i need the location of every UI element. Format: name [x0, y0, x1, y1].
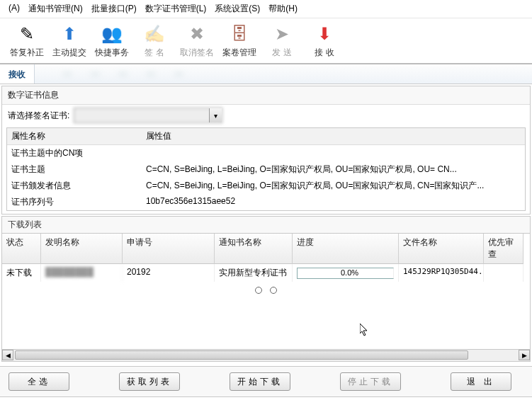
attr-name: 证书主题中的CN项: [7, 145, 142, 161]
scroll-left-icon[interactable]: ◀: [2, 350, 13, 360]
menu-item-help[interactable]: 帮助(H): [264, 1, 302, 16]
tb-submit[interactable]: ⬆主动提交: [48, 21, 91, 63]
cell-state: 未下载: [2, 264, 41, 282]
tb-quick[interactable]: 👥快捷事务: [91, 21, 133, 63]
status-bar: 通知书数量:1: [0, 396, 532, 400]
download-icon: ⬇: [313, 23, 336, 45]
send-icon: ➤: [271, 23, 293, 45]
cell-notice: 实用新型专利证书: [215, 264, 293, 282]
start-download-button[interactable]: 开始下载: [230, 372, 290, 391]
exit-button[interactable]: 退 出: [451, 372, 511, 391]
cert-combo[interactable]: ▾: [74, 108, 222, 123]
cert-select-label: 请选择签名证书:: [8, 110, 69, 122]
col-file[interactable]: 文件名称: [399, 234, 484, 264]
button-bar: 全选 获取列表 开始下载 停止下载 退 出: [0, 366, 532, 396]
tabstrip: 接收 — — — — —: [0, 64, 532, 84]
cert-combo-input[interactable]: [74, 108, 222, 123]
tb-recv[interactable]: ⬇接 收: [303, 21, 346, 63]
users-icon: 👥: [101, 23, 123, 45]
cell-app: 20192: [123, 264, 215, 282]
scroll-thumb[interactable]: [15, 350, 468, 360]
toolbar: ✎答复补正 ⬆主动提交 👥快捷事务 ✍签 名 ✖取消签名 🗄案卷管理 ➤发 送 …: [0, 18, 532, 64]
table-row[interactable]: 未下载 ████████ 20192 实用新型专利证书 0.0% 145J29R…: [2, 264, 530, 282]
stop-download-button: 停止下载: [340, 372, 401, 391]
attr-col-name: 属性名称: [7, 128, 142, 144]
col-state[interactable]: 状态: [2, 234, 41, 264]
cell-file: 145J29RP1Q305D44.zip: [399, 264, 484, 282]
tab-blurred: — — — — —: [35, 64, 532, 84]
tb-unsign[interactable]: ✖取消签名: [176, 21, 218, 63]
col-priority[interactable]: 优先审查: [484, 234, 523, 264]
col-notice[interactable]: 通知书名称: [215, 234, 293, 264]
pager: [2, 282, 530, 303]
attr-val: C=CN, S=BeiJing, L=BeiJing, O=国家知识产权局, O…: [142, 178, 525, 194]
menu-item-cert[interactable]: 数字证书管理(L): [141, 1, 211, 16]
attr-val: C=CN, S=BeiJing, L=BeiJing, O=国家知识产权局, O…: [142, 161, 525, 178]
attr-val: 10b7ec356e1315aee52: [142, 194, 525, 210]
tb-case[interactable]: 🗄案卷管理: [218, 21, 261, 63]
chevron-down-icon[interactable]: ▾: [209, 108, 222, 122]
pager-dot[interactable]: [255, 287, 262, 294]
pen-icon: ✎: [16, 23, 38, 45]
select-all-button[interactable]: 全选: [9, 372, 69, 391]
download-grid: 状态 发明名称 申请号 通知书名称 进度 文件名称 优先审查 未下载 █████…: [1, 233, 531, 350]
scroll-right-icon[interactable]: ▶: [519, 350, 530, 360]
cert-panel: 数字证书信息 请选择签名证书: ▾ 属性名称 属性值 证书主题中的CN项 证书主…: [1, 86, 531, 215]
col-progress[interactable]: 进度: [293, 234, 399, 264]
menu-item-settings[interactable]: 系统设置(S): [210, 1, 264, 16]
pager-dot[interactable]: [270, 287, 277, 294]
cell-name: ████████: [41, 264, 123, 282]
h-scrollbar[interactable]: ◀ ▶: [1, 350, 531, 362]
download-section: 下载列表 状态 发明名称 申请号 通知书名称 进度 文件名称 优先审查 未下载 …: [1, 216, 531, 350]
menu-item-notice[interactable]: 通知书管理(N): [24, 1, 87, 16]
archive-icon: 🗄: [228, 23, 251, 45]
attr-name: 证书主题: [7, 161, 142, 178]
sign-icon: ✍: [143, 23, 166, 45]
cell-priority: [484, 264, 523, 282]
attr-val: [142, 145, 525, 161]
cell-progress: 0.0%: [293, 264, 399, 282]
tb-reply[interactable]: ✎答复补正: [6, 21, 48, 63]
unsign-icon: ✖: [186, 23, 208, 45]
attr-col-value: 属性值: [142, 128, 525, 144]
tb-send[interactable]: ➤发 送: [261, 21, 303, 63]
menu-item-batch[interactable]: 批量接口(P): [87, 1, 141, 16]
attr-name: 证书序列号: [7, 194, 142, 210]
get-list-button[interactable]: 获取列表: [119, 372, 180, 391]
cert-panel-title: 数字证书信息: [2, 86, 530, 105]
col-name[interactable]: 发明名称: [41, 234, 123, 264]
attr-name: 证书颁发者信息: [7, 178, 142, 194]
menubar: (A) 通知书管理(N) 批量接口(P) 数字证书管理(L) 系统设置(S) 帮…: [0, 0, 532, 18]
cert-attr-grid: 属性名称 属性值 证书主题中的CN项 证书主题C=CN, S=BeiJing, …: [6, 127, 526, 211]
tab-receive[interactable]: 接收: [0, 64, 35, 84]
tb-sign[interactable]: ✍签 名: [133, 21, 176, 63]
menu-item-a[interactable]: (A): [4, 1, 24, 16]
col-app[interactable]: 申请号: [123, 234, 215, 264]
download-title: 下载列表: [1, 216, 531, 233]
upload-icon: ⬆: [58, 23, 81, 45]
